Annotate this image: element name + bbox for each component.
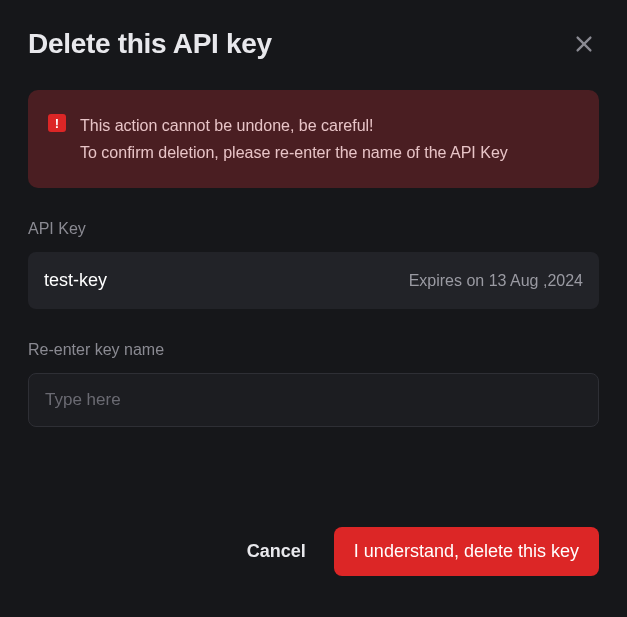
reenter-key-input[interactable] <box>28 373 599 427</box>
reenter-label: Re-enter key name <box>28 341 599 359</box>
modal-footer: Cancel I understand, delete this key <box>28 527 599 576</box>
api-key-display: test-key Expires on 13 Aug ,2024 <box>28 252 599 309</box>
warning-banner: ! This action cannot be undone, be caref… <box>28 90 599 188</box>
close-icon <box>573 33 595 55</box>
warning-line-1: This action cannot be undone, be careful… <box>80 112 508 139</box>
modal-header: Delete this API key <box>28 28 599 60</box>
api-key-name: test-key <box>44 270 107 291</box>
delete-button[interactable]: I understand, delete this key <box>334 527 599 576</box>
warning-line-2: To confirm deletion, please re-enter the… <box>80 139 508 166</box>
modal-title: Delete this API key <box>28 28 272 60</box>
warning-text: This action cannot be undone, be careful… <box>80 112 508 166</box>
api-key-label: API Key <box>28 220 599 238</box>
close-button[interactable] <box>569 29 599 59</box>
api-key-expiry: Expires on 13 Aug ,2024 <box>409 272 583 290</box>
alert-icon: ! <box>48 114 66 132</box>
cancel-button[interactable]: Cancel <box>247 541 306 562</box>
